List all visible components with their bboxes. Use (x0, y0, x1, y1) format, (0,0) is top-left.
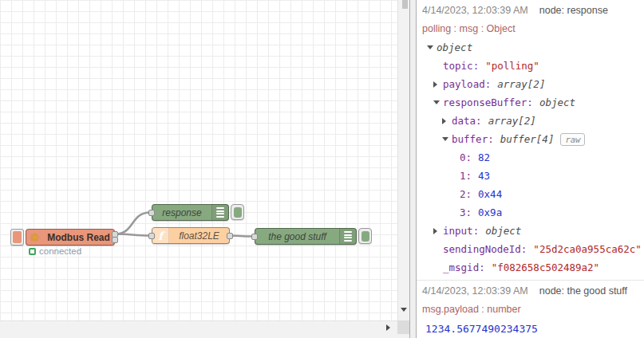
tree-key: responseBuffer: (443, 96, 533, 108)
tree-row-responsebuffer[interactable]: responseBuffer: object (422, 93, 639, 112)
object-tree: object topic: "polling" payload: array[2… (422, 38, 639, 277)
source-node-label: node: response (539, 5, 608, 16)
function-output-port[interactable] (227, 233, 233, 239)
response-input-port[interactable] (148, 210, 155, 216)
node-debug-goodstuff[interactable]: the good stuff (255, 228, 357, 245)
wire-layer (0, 0, 397, 320)
tree-key: _msgid: (443, 261, 485, 273)
chevron-right-icon[interactable] (433, 228, 443, 234)
tree-row-sendingnodeid[interactable]: sendingNodeId: "25d2ca0a955ca62c" (422, 240, 639, 258)
node-debug-response[interactable]: response (152, 204, 229, 221)
horizontal-scrollbar[interactable] (0, 320, 397, 335)
tree-row-msgid[interactable]: _msgid: "f082658c502489a2" (422, 258, 639, 277)
flow-canvas[interactable]: ✳ Modbus Read connected response f floa (0, 0, 397, 320)
tree-row-buffer[interactable]: buffer: buffer[4] raw (422, 130, 639, 148)
scroll-down-arrow-icon[interactable] (401, 308, 407, 312)
tree-value: "25d2ca0a955ca62c" (533, 243, 641, 255)
chevron-down-icon[interactable] (433, 100, 443, 104)
tree-key: 1: (460, 170, 472, 182)
debug-list-icon (339, 229, 356, 244)
debug-sidebar[interactable]: 4/14/2023, 12:03:39 AM node: response po… (417, 0, 644, 338)
message-topic-meta: msg.payload : number (422, 304, 639, 316)
timestamp: 4/14/2023, 12:03:39 AM (422, 5, 528, 16)
function-icon-region: f (152, 228, 169, 243)
modbus-output-port-2[interactable] (112, 237, 118, 243)
node-label: response (152, 207, 211, 218)
node-label: float32LE (169, 230, 229, 242)
scrollbar-corner (397, 320, 409, 335)
node-function-float32le[interactable]: f float32LE (152, 227, 230, 244)
vertical-scrollbar-thumb[interactable] (402, 0, 408, 9)
tree-key: 0: (460, 151, 472, 163)
tree-key: data: (452, 115, 482, 127)
goodstuff-input-port[interactable] (251, 234, 258, 240)
bottom-strip (0, 334, 409, 338)
tree-type: object (437, 41, 472, 53)
status-ring-icon (29, 248, 36, 255)
debug-message-header: 4/14/2023, 12:03:39 AM node: response (422, 5, 639, 18)
tree-value: 0x9a (478, 206, 502, 218)
tree-key: payload: (443, 78, 491, 90)
modbus-trigger-button-fill (13, 231, 22, 243)
tree-value: 0x44 (478, 188, 502, 200)
tree-row-buffer-0[interactable]: 0: 82 (422, 148, 639, 167)
tree-key: 3: (460, 206, 472, 218)
timestamp: 4/14/2023, 12:03:39 AM (422, 285, 528, 297)
gear-icon: ✳ (30, 232, 40, 243)
tree-row-topic[interactable]: topic: "polling" (422, 57, 639, 75)
chevron-right-icon[interactable] (442, 118, 452, 124)
tree-row-object[interactable]: object (422, 38, 639, 57)
chevron-down-icon[interactable] (442, 137, 452, 141)
debug-toggle-fill (234, 207, 242, 218)
wire-modbus-to-function[interactable] (116, 234, 150, 236)
vertical-scrollbar[interactable] (397, 0, 409, 320)
panel-splitter[interactable] (409, 0, 417, 338)
node-red-app: ✳ Modbus Read connected response f floa (0, 0, 644, 338)
modbus-icon-region: ✳ (26, 230, 43, 245)
tree-key: buffer: (452, 133, 494, 145)
tree-row-input[interactable]: input: object (422, 222, 639, 240)
function-input-port[interactable] (148, 233, 155, 239)
tree-row-buffer-2[interactable]: 2: 0x44 (422, 185, 639, 203)
tree-type: object (485, 225, 521, 237)
debug-toggle-response[interactable] (231, 204, 244, 220)
chevron-down-icon[interactable] (427, 45, 437, 49)
modbus-status: connected (29, 246, 81, 256)
tree-row-buffer-3[interactable]: 3: 0x9a (422, 203, 639, 222)
tree-value: 82 (478, 151, 490, 163)
status-label: connected (39, 246, 81, 256)
tree-row-data[interactable]: data: array[2] (422, 112, 639, 130)
debug-message-header: 4/14/2023, 12:03:39 AM node: the good st… (422, 285, 639, 298)
debug-toggle-goodstuff[interactable] (358, 228, 372, 244)
tree-key: input: (443, 225, 479, 237)
source-node-label: node: the good stuff (539, 285, 627, 297)
tree-type: array[2] (488, 115, 536, 127)
debug-list-icon (211, 205, 228, 220)
tree-row-buffer-1[interactable]: 1: 43 (422, 167, 639, 185)
tree-type: array[2] (497, 78, 545, 90)
tree-value: "polling" (485, 60, 539, 72)
debug-message-2[interactable]: 4/14/2023, 12:03:39 AM node: the good st… (417, 281, 644, 338)
scroll-right-arrow-icon[interactable] (386, 324, 390, 331)
modbus-trigger-button[interactable] (10, 229, 24, 246)
node-label: the good stuff (255, 231, 339, 242)
node-modbus-read[interactable]: ✳ Modbus Read (26, 229, 115, 246)
tree-key: sendingNodeId: (443, 243, 527, 255)
chevron-right-icon[interactable] (433, 81, 443, 88)
wire-modbus-to-response[interactable] (116, 213, 150, 234)
payload-value: 1234.5677490234375 (425, 323, 639, 335)
tree-key: topic: (443, 60, 479, 72)
tree-row-payload[interactable]: payload: array[2] (422, 75, 639, 93)
tree-type: buffer[4] (500, 133, 555, 145)
tree-value: "f082658c502489a2" (492, 261, 599, 273)
tree-type: object (539, 96, 575, 108)
node-label: Modbus Read (43, 232, 114, 243)
debug-toggle-fill (362, 231, 369, 242)
raw-toggle-button[interactable]: raw (560, 133, 585, 146)
debug-message-1[interactable]: 4/14/2023, 12:03:39 AM node: response po… (417, 0, 644, 281)
tree-key: 2: (460, 188, 472, 200)
message-topic-meta: polling : msg : Object (422, 23, 639, 36)
tree-value: 43 (478, 170, 490, 182)
function-f-icon: f (158, 230, 163, 242)
